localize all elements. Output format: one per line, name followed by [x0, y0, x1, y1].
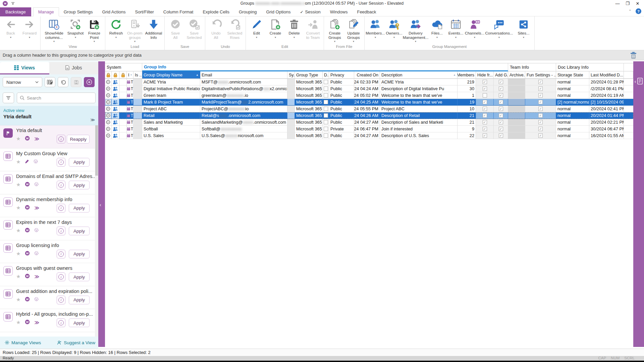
cell-created[interactable]: 7/16/2024 02:33 PM [354, 79, 380, 85]
cell-fun[interactable]: ✓ [525, 79, 556, 85]
checkbox-checked[interactable]: ✓ [499, 133, 503, 138]
view-item-my-custom-group-view[interactable]: My Custom Group View★iApply [0, 148, 95, 172]
ribbon-button-delivery-management[interactable]: Delivery Management...▾ [404, 18, 428, 43]
cell-archive[interactable] [508, 132, 525, 139]
manage-views-link[interactable]: Manage Views [5, 340, 41, 345]
cell-lastmod[interactable]: 16/2024 01:55 AM [589, 132, 624, 139]
cell-members[interactable]: 219 [458, 79, 476, 85]
checkbox-checked[interactable]: ✓ [483, 107, 487, 111]
cell-is[interactable] [133, 112, 142, 119]
checkbox-checked[interactable]: ✓ [499, 80, 503, 84]
cell-lock3[interactable] [119, 132, 127, 139]
cell-desc[interactable]: Description of U.S. Sales [380, 132, 458, 139]
cell-created[interactable]: 10/30/2024 06:47 PM [354, 126, 380, 132]
checkbox-checked[interactable]: ✓ [499, 120, 503, 124]
teams-group-icon[interactable]: T [127, 85, 133, 92]
collapse-active-view-icon[interactable]: ≫ [90, 117, 94, 122]
cell-privacy[interactable]: Public [329, 79, 354, 85]
cell-members[interactable]: 1 [458, 92, 476, 99]
column-header-created[interactable]: Created On [354, 71, 380, 79]
cell-sy[interactable] [287, 79, 295, 85]
checkbox-checked[interactable]: ✓ [483, 127, 487, 131]
view-item-ytria-default[interactable]: Ytria default★≫iReapply [0, 125, 95, 148]
cell-created[interactable]: 7/17/2024 04:24 AM [354, 85, 380, 92]
ribbon-button-owners[interactable]: Owners...▾ [385, 18, 404, 39]
cell-pad[interactable] [624, 79, 633, 85]
apply-button[interactable]: Apply [69, 318, 90, 327]
ribbon-button-freeze-point[interactable]: Freeze Point▾ [85, 18, 104, 43]
apply-button[interactable]: Apply [69, 158, 90, 167]
ribbon-button-update-groups[interactable]: Update Groups▾ [344, 18, 363, 43]
cell-is[interactable] [133, 106, 142, 112]
cell-members[interactable]: 21 [458, 112, 476, 119]
checkbox-checked[interactable]: ✓ [499, 113, 503, 118]
cell-hide[interactable]: ✓ [476, 79, 494, 85]
checkbox-unchecked[interactable] [324, 120, 328, 124]
group-people-icon[interactable] [112, 119, 119, 126]
cell-hide[interactable]: ✓ [476, 132, 494, 139]
cell-archive[interactable] [508, 85, 525, 92]
cell-addg[interactable]: ✓ [494, 132, 508, 139]
cell-created[interactable]: 7/17/2024 04:27 AM [354, 132, 380, 139]
sidebar-scrollbar[interactable] [95, 125, 98, 337]
column-header-archive[interactable]: Archive... [508, 71, 525, 79]
group-people-icon[interactable] [112, 99, 119, 106]
cell-desc[interactable]: Welcome to the team that we've [380, 99, 458, 106]
cell-created[interactable]: 10/16/2024 05:55 PM [354, 106, 380, 112]
edit-views-button[interactable] [45, 77, 55, 87]
checkbox-checked[interactable]: ✓ [538, 100, 543, 104]
cell-hide[interactable]: ✓ [476, 85, 494, 92]
cell-pad[interactable] [624, 85, 633, 92]
column-header-sy[interactable]: Sy... [287, 71, 295, 79]
cell-d[interactable] [323, 106, 329, 112]
checkbox-checked[interactable]: ✓ [483, 100, 487, 104]
cell-storage[interactable]: normal [556, 126, 589, 132]
cell-addg[interactable]: ✓ [494, 126, 508, 132]
column-header-hide[interactable]: Hide fr... [476, 71, 494, 79]
cell-lock1[interactable] [105, 132, 112, 139]
ribbon-button-files[interactable]: Files...▾ [428, 18, 446, 39]
cell-type[interactable]: Microsoft 365 g [295, 119, 323, 126]
ribbon-tab-grid-actions[interactable]: Grid Actions [97, 7, 130, 16]
cell-addg[interactable]: ✓ [494, 92, 508, 99]
cell-name[interactable]: Project ABC [142, 106, 200, 112]
ribbon-tab-grouping[interactable]: Grouping [234, 7, 261, 16]
view-info-button[interactable]: i [57, 273, 65, 281]
column-header-fun[interactable]: Fun Settings - ... [525, 71, 556, 79]
view-info-button[interactable]: i [57, 227, 65, 235]
cell-desc[interactable]: ACME Ytria [380, 79, 458, 85]
column-header-type[interactable]: Group Type [295, 71, 323, 79]
cell-email[interactable]: Retail@sxxxx.onmicrosoft.com [200, 112, 287, 119]
cell-d[interactable] [323, 126, 329, 132]
apply-button[interactable]: Apply [69, 204, 90, 213]
cell-lock3[interactable] [119, 92, 127, 99]
cell-lock1[interactable] [105, 79, 112, 85]
cell-fun[interactable]: ✓ [525, 106, 556, 112]
group-people-icon[interactable] [112, 85, 119, 92]
scrollbar-thumb[interactable] [95, 125, 98, 176]
cell-members[interactable]: 22 [458, 132, 476, 139]
checkbox-checked[interactable]: ✓ [538, 93, 543, 98]
cell-is[interactable] [133, 92, 142, 99]
ribbon-button-additional-info[interactable]: Additional Info [144, 18, 163, 43]
cell-pad[interactable] [624, 132, 633, 139]
tab-jobs[interactable]: Jobs [49, 62, 99, 74]
teams-group-icon[interactable]: T [127, 126, 133, 132]
cell-privacy[interactable]: Private [329, 126, 354, 132]
cell-members[interactable]: 19 [458, 99, 476, 106]
teams-group-icon[interactable]: T [127, 119, 133, 126]
cell-desc[interactable]: Description of Digital Initiative Pu [380, 85, 458, 92]
checkbox-checked[interactable]: ✓ [483, 113, 487, 118]
cell-fun[interactable]: ✓ [525, 132, 556, 139]
close-button[interactable]: ✕ [633, 0, 643, 7]
ribbon-button-delete[interactable]: Delete▾ [285, 18, 304, 39]
filter-button[interactable] [3, 93, 14, 103]
ribbon-button-channels[interactable]: Channels...▾ [465, 18, 484, 39]
reapply-button[interactable]: Reapply [67, 135, 90, 143]
checkbox-unchecked[interactable] [324, 127, 328, 131]
collapse-sidebar-icon[interactable]: ‹ [100, 202, 101, 207]
cell-lock1[interactable] [105, 112, 112, 119]
checkbox-checked[interactable]: ✓ [538, 133, 543, 138]
cell-storage[interactable]: normal [556, 106, 589, 112]
cell-d[interactable] [323, 99, 329, 106]
